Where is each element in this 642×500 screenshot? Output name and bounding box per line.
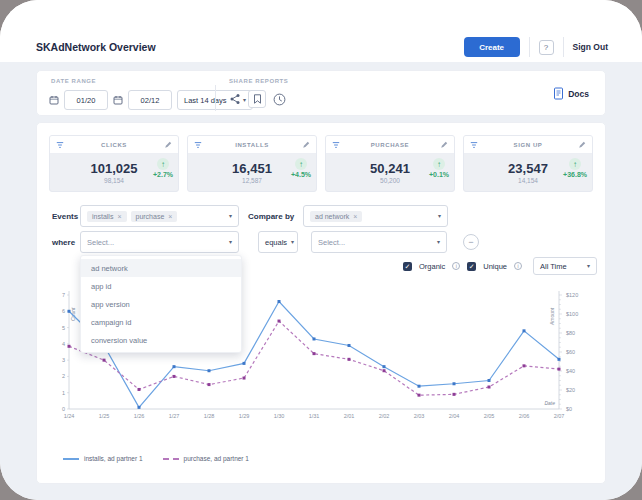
trend-up-icon: ↑ (569, 158, 581, 170)
chip-label: ad network (315, 213, 349, 220)
remove-filter-button[interactable]: − (463, 234, 479, 250)
svg-text:2/06: 2/06 (519, 413, 530, 419)
edit-icon[interactable] (440, 141, 448, 149)
svg-text:1/26: 1/26 (134, 413, 145, 419)
filter-icon[interactable] (56, 141, 64, 149)
metric-change: +2.7% (153, 171, 173, 178)
svg-text:7: 7 (62, 292, 65, 298)
select-placeholder: Select... (87, 238, 114, 247)
metric-title: PURCHASE (344, 142, 436, 148)
info-icon[interactable]: i (514, 262, 522, 270)
date-range-controls: 01/20 02/12 Last 14 days ▾ (49, 90, 253, 110)
where-label: where (52, 238, 80, 247)
where-filter-row: where Select... ▾ equals ▾ Select... ▾ − (52, 231, 479, 253)
metric-change: +0.1% (429, 171, 449, 178)
legend-label: purchase, ad partner 1 (184, 455, 249, 462)
filter-icon[interactable] (194, 141, 202, 149)
sign-out-link[interactable]: Sign Out (573, 42, 608, 52)
legend-label: installs, ad partner 1 (84, 455, 143, 462)
legend-item[interactable]: installs, ad partner 1 (63, 455, 143, 462)
event-chip[interactable]: installs × (87, 211, 127, 222)
svg-text:$0: $0 (566, 406, 572, 412)
svg-text:1: 1 (62, 390, 65, 396)
dropdown-option-ad-network[interactable]: ad network (81, 259, 241, 277)
metric-subvalue: 50,200 (380, 177, 400, 184)
history-button[interactable] (273, 93, 286, 106)
header: SKAdNetwork Overview Create ? Sign Out (0, 0, 642, 62)
organic-checkbox[interactable]: ✓ (403, 262, 412, 271)
svg-text:1/27: 1/27 (169, 413, 180, 419)
metric-subvalue: 14,154 (518, 177, 538, 184)
legend-item[interactable]: purchase, ad partner 1 (163, 455, 249, 462)
metric-value: 101,025 (91, 161, 138, 176)
operator-select[interactable]: equals ▾ (258, 231, 298, 253)
divider (529, 37, 530, 57)
dropdown-option-app-id[interactable]: app id (81, 277, 241, 295)
time-filter-select[interactable]: All Time ▾ (533, 257, 597, 275)
svg-text:2: 2 (62, 373, 65, 379)
svg-text:5: 5 (62, 325, 65, 331)
info-glyph: i (456, 263, 457, 269)
metric-change: +4.5% (291, 171, 311, 178)
remove-chip-icon[interactable]: × (117, 213, 121, 220)
bookmark-icon (253, 94, 262, 104)
svg-text:1/25: 1/25 (99, 413, 110, 419)
where-field-select[interactable]: Select... ▾ (80, 231, 239, 253)
compare-chip[interactable]: ad network × (310, 211, 362, 222)
docs-button[interactable]: Docs (553, 87, 589, 100)
compare-by-select[interactable]: ad network × ▾ (303, 205, 448, 227)
filter-icon[interactable] (332, 141, 340, 149)
trend-up-icon: ↑ (157, 158, 169, 170)
edit-icon[interactable] (302, 141, 310, 149)
metric-value: 16,451 (232, 161, 272, 176)
edit-icon[interactable] (164, 141, 172, 149)
select-placeholder: Select... (318, 238, 345, 247)
svg-text:$120: $120 (566, 292, 578, 298)
help-button[interactable]: ? (539, 40, 554, 55)
compare-by-label: Compare by (248, 212, 303, 221)
dropdown-option-conversion-value[interactable]: conversion value (81, 331, 241, 349)
bookmark-button[interactable] (248, 90, 266, 108)
metric-value: 50,241 (370, 161, 410, 176)
share-icon[interactable] (229, 93, 241, 105)
dropdown-option-app-version[interactable]: app version (81, 295, 241, 313)
chevron-down-icon: ▾ (587, 263, 590, 269)
svg-text:$60: $60 (566, 349, 575, 355)
remove-chip-icon[interactable]: × (353, 213, 357, 220)
metric-title: SIGN UP (482, 142, 574, 148)
metric-value: 23,547 (508, 161, 548, 176)
metric-card-clicks: CLICKS 101,025 98,154 ↑ +2.7% (49, 135, 179, 192)
svg-text:2/01: 2/01 (344, 413, 355, 419)
svg-text:3: 3 (62, 357, 65, 363)
chevron-down-icon: ▾ (229, 239, 232, 245)
svg-text:Date: Date (544, 400, 555, 406)
dashed-line-swatch (163, 458, 179, 460)
date-from-input[interactable]: 01/20 (64, 90, 108, 110)
chevron-down-icon: ▾ (437, 239, 440, 245)
svg-text:6: 6 (62, 308, 65, 314)
svg-text:1/30: 1/30 (274, 413, 285, 419)
remove-chip-icon[interactable]: × (168, 213, 172, 220)
clock-icon (273, 93, 286, 106)
create-button[interactable]: Create (464, 37, 520, 57)
svg-text:$100: $100 (566, 311, 578, 317)
info-icon[interactable]: i (452, 262, 460, 270)
content-area: DATE RANGE 01/20 02/12 Last 14 days ▾ SH… (0, 62, 642, 500)
date-to-input[interactable]: 02/12 (128, 90, 172, 110)
where-value-select[interactable]: Select... ▾ (311, 231, 447, 253)
dropdown-option-campaign-id[interactable]: campaign id (81, 313, 241, 331)
minus-icon: − (468, 237, 473, 247)
unique-checkbox[interactable]: ✓ (467, 262, 476, 271)
edit-icon[interactable] (578, 141, 586, 149)
toolbar-card: DATE RANGE 01/20 02/12 Last 14 days ▾ SH… (36, 70, 606, 116)
time-filter-value: All Time (540, 262, 567, 271)
solid-line-swatch (63, 458, 79, 460)
metric-subvalue: 98,154 (104, 177, 124, 184)
check-icon: ✓ (405, 263, 411, 270)
filter-icon[interactable] (470, 141, 478, 149)
events-select[interactable]: installs × purchase × ▾ (80, 205, 239, 227)
svg-text:1/31: 1/31 (309, 413, 320, 419)
trend-up-icon: ↑ (295, 158, 307, 170)
event-chip[interactable]: purchase × (131, 211, 178, 222)
svg-text:1/28: 1/28 (204, 413, 215, 419)
